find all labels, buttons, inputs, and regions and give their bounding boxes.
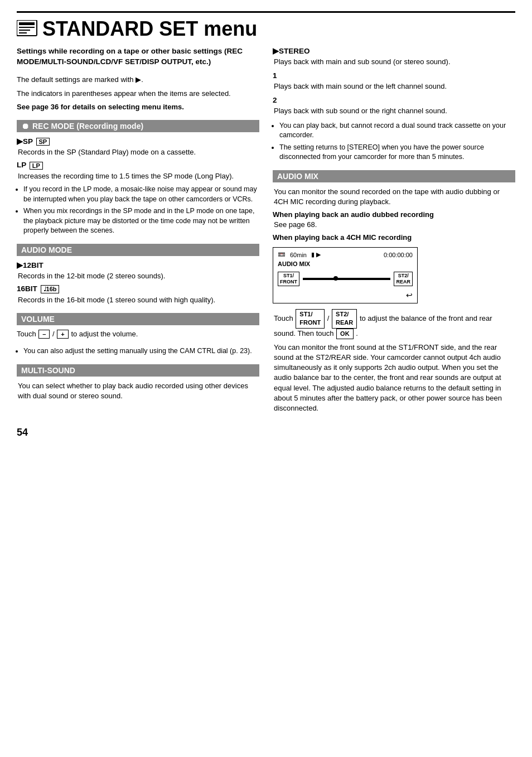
rec-mode-bullet-2: When you mix recordings in the SP mode a… [23,206,259,236]
multi-sound-section: MULTI-SOUND You can select whether to pl… [17,364,259,401]
audio-dubbed-title: When playing back an audio dubbed record… [273,210,515,219]
svg-rect-3 [19,30,30,31]
audio-mix-body: You can monitor the sound recorded on th… [273,187,515,207]
16bit-body: Records in the 16-bit mode (1 stereo sou… [17,295,259,305]
main-content: Settings while recording on a tape or ot… [17,46,515,421]
multi-sound-body: You can select whether to play back audi… [17,381,259,401]
title-area: STANDARD SET menu [17,11,515,41]
rec-mode-section: ⏺ REC MODE (Recording mode) ▶SP SP Recor… [17,120,259,236]
volume-header: VOLUME [17,313,259,325]
intro-para2: The indicators in parentheses appear whe… [17,88,259,99]
audio-mix-section: AUDIO MIX You can monitor the sound reco… [273,170,515,414]
page-number: 54 [17,427,515,438]
ok-button[interactable]: OK [336,329,354,339]
16bit-subsection: 16BIT ♩16b Records in the 16-bit mode (1… [17,285,259,305]
settings-icon [17,20,38,38]
multi-sound-title: MULTI-SOUND [21,366,75,375]
rec-mode-icon: ⏺ [21,122,29,131]
12bit-title: ▶12BIT [17,261,259,269]
stereo-bullet-2: The setting returns to [STEREO] when you… [279,143,515,162]
ch1-title: 1 [273,71,515,80]
lp-body: Increases the recording time to 1.5 time… [17,171,259,181]
sp-subsection: ▶SP SP Records in the SP (Standard Play)… [17,137,259,158]
multi-sound-header: MULTI-SOUND [17,364,259,377]
page-title: STANDARD SET menu [42,17,257,41]
ch1-body: Plays back with main sound or the left c… [273,81,515,91]
ch1-subsection: 1 Plays back with main sound or the left… [273,71,515,91]
audio-mix-diag-label: AUDIO MIX [278,261,413,267]
volume-title: VOLUME [21,315,55,324]
stereo-bullets: You can play back, but cannot record a d… [279,121,515,162]
stereo-title: ▶STEREO [273,46,515,55]
tape-min: 60min [290,252,307,258]
audio-mix-header: AUDIO MIX [273,170,515,182]
diag-header: 📼 60min ▮ ▶ 0:00:00:00 [278,251,413,258]
left-column: Settings while recording on a tape or ot… [17,46,259,421]
st1-button[interactable]: ST1/FRONT [296,309,325,329]
12bit-body: Records in the 12-bit mode (2 stereo sou… [17,271,259,281]
page-wrapper: STANDARD SET menu Settings while recordi… [17,11,515,438]
touch-label-1: Touch [274,314,295,322]
volume-touch-text: Touch [17,330,36,338]
slider-dot [333,276,338,281]
st1-badge: ST1/FRONT [278,272,299,286]
plus-button[interactable]: + [57,330,68,339]
audio-diagram: 📼 60min ▮ ▶ 0:00:00:00 AUDIO MIX ST1/FRO… [273,247,418,303]
right-column: ▶STEREO Plays back with main and sub sou… [273,46,515,421]
16bit-title: 16BIT ♩16b [17,285,259,293]
st2-badge: ST2/REAR [394,272,413,286]
sp-body: Records in the SP (Standard Play) mode o… [17,147,259,157]
rec-mode-title: REC MODE (Recording mode) [32,122,143,131]
intro-see-page: See page 36 for details on selecting men… [17,103,259,111]
12bit-subsection: ▶12BIT Records in the 12-bit mode (2 ste… [17,261,259,281]
lp-subsection: LP LP Increases the recording time to 1.… [17,161,259,181]
volume-bullet-1: You can also adjust the setting manually… [23,346,259,356]
audio-mode-header: AUDIO MODE [17,244,259,256]
stereo-section: ▶STEREO Plays back with main and sub sou… [273,46,515,162]
audio-mix-title: AUDIO MIX [277,172,318,181]
audio-mode-section: AUDIO MODE ▶12BIT Records in the 12-bit … [17,244,259,305]
minus-button[interactable]: – [38,330,50,339]
ch2-subsection: 2 Plays back with sub sound or the right… [273,96,515,116]
sp-badge: SP [36,138,50,146]
intro-bold: Settings while recording on a tape or ot… [17,46,259,67]
lp-badge: LP [30,162,43,170]
ch2-body: Plays back with sub sound or the right c… [273,106,515,116]
timecode: 0:00:00:00 [384,252,413,258]
rec-mode-bullets: If you record in the LP mode, a mosaic-l… [23,185,259,236]
volume-content: Touch – / + to adjust the volume. [17,330,259,339]
audio-mix-long-body: You can monitor the front sound at the S… [273,343,515,413]
volume-bullets: You can also adjust the setting manually… [23,346,259,356]
rec-mode-bullet-1: If you record in the LP mode, a mosaic-l… [23,185,259,204]
sp-title: ▶SP SP [17,137,259,146]
tape-icon: 📼 [278,251,286,258]
audio-slider-row: ST1/FRONT ST2/REAR [278,272,413,286]
stereo-subsection: ▶STEREO Plays back with main and sub sou… [273,46,515,67]
svg-rect-1 [19,22,35,25]
svg-rect-4 [19,32,27,33]
lp-title: LP LP [17,161,259,169]
return-icon: ↩ [278,291,413,300]
stereo-body: Plays back with main and sub sound (or s… [273,57,515,67]
tape-status-icon: ▮ ▶ [311,251,321,258]
audio-mode-title: AUDIO MODE [21,245,72,254]
stereo-bullet-1: You can play back, but cannot record a d… [279,121,515,141]
intro-para1: The default settings are marked with ▶. [17,74,259,85]
svg-rect-2 [19,27,35,28]
4ch-mic-title: When playing back a 4CH MIC recording [273,233,515,242]
volume-after-text: to adjust the volume. [71,330,138,338]
ch2-title: 2 [273,96,515,104]
16bit-badge: ♩16b [41,285,60,293]
audio-mix-after-diagram: Touch ST1/FRONT / ST2/REAR to adjust the… [273,309,515,339]
audio-dubbed-see-page: See page 68. [273,220,515,230]
rec-mode-header: ⏺ REC MODE (Recording mode) [17,120,259,132]
st2-button[interactable]: ST2/REAR [332,309,357,329]
slider-track [303,278,390,280]
volume-section: VOLUME Touch – / + to adjust the volume.… [17,313,259,356]
